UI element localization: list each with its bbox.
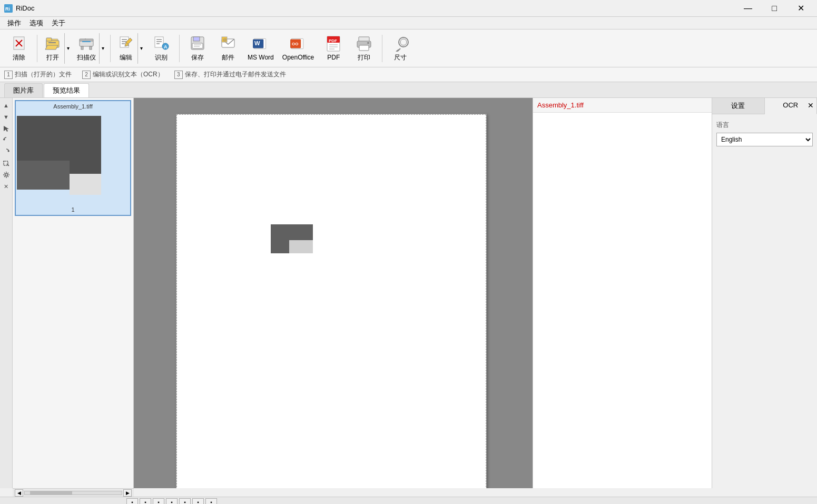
svg-point-57 [5, 174, 7, 176]
step-2-num: 2 [82, 71, 91, 79]
svg-rect-12 [90, 46, 92, 50]
scanner-button[interactable]: 扫描仪 [74, 33, 99, 64]
clear-label: 清除 [13, 53, 25, 62]
svg-rect-8 [48, 42, 56, 43]
thumbnail-item-1[interactable]: Assembly_1.tiff 1 [15, 100, 131, 216]
svg-rect-26 [193, 37, 200, 41]
msword-label: MS Word [248, 54, 274, 61]
app-title: RiDoc [16, 4, 34, 12]
tool-rotate-left[interactable] [1, 135, 12, 145]
openoffice-icon: OO [290, 35, 307, 52]
step-1: 1 扫描（打开的）文件 [4, 70, 72, 79]
menu-bar: 操作 选项 关于 [0, 17, 817, 29]
menu-operations[interactable]: 操作 [3, 17, 25, 29]
tool-zoom-area[interactable] [1, 158, 12, 169]
openoffice-button[interactable]: OO OpenOffice [279, 33, 318, 64]
zoom-btn-1[interactable]: ▪ [126, 498, 138, 505]
tool-settings[interactable] [1, 170, 12, 180]
tab-gallery[interactable]: 图片库 [4, 83, 43, 97]
step-3-label: 保存、打印并通过电子邮件发送文件 [185, 70, 286, 79]
ocr-content[interactable] [533, 113, 712, 488]
svg-rect-27 [192, 43, 203, 48]
zoom-btn-4[interactable]: ▪ [166, 498, 178, 505]
settings-close-button[interactable]: ✕ [805, 100, 816, 111]
edit-dropdown-arrow[interactable]: ▾ [137, 33, 145, 64]
svg-rect-10 [80, 39, 93, 41]
tool-rotate-right[interactable] [1, 146, 12, 157]
scroll-right-button[interactable]: ▶ [123, 489, 132, 497]
main-content: ▲ ▼ ✕ Assembly_1.tiff 1 [0, 98, 817, 488]
save-label: 保存 [191, 53, 204, 62]
separator-1 [37, 35, 37, 62]
app-icon: Ri [4, 4, 13, 13]
thumbnail-white-block [70, 174, 101, 195]
settings-content: 语言 English Chinese French German Japanes… [712, 114, 817, 153]
zoom-btn-3[interactable]: ▪ [153, 498, 164, 505]
open-dropdown-arrow[interactable]: ▾ [64, 33, 72, 64]
thumbnail-canvas [17, 111, 124, 205]
menu-options[interactable]: 选项 [25, 17, 47, 29]
svg-text:PDF: PDF [329, 38, 337, 43]
clear-icon [11, 35, 27, 52]
svg-rect-11 [81, 46, 83, 50]
msword-button[interactable]: W MS Word [244, 33, 278, 64]
print-label: 打印 [358, 53, 370, 62]
email-label: 邮件 [222, 53, 234, 62]
edit-label: 编辑 [120, 53, 132, 62]
edit-button[interactable]: 编辑 [114, 33, 137, 64]
step-2: 2 编辑或识别文本（OCR） [82, 70, 164, 79]
clear-button[interactable]: 清除 [4, 33, 34, 64]
step-2-label: 编辑或识别文本（OCR） [93, 70, 164, 79]
open-button[interactable]: 打开 [41, 33, 64, 64]
title-bar: Ri RiDoc — □ ✕ [0, 0, 817, 17]
email-button[interactable]: @ 邮件 [213, 33, 243, 64]
canvas-selection-border [176, 114, 486, 488]
svg-text:OO: OO [292, 42, 298, 46]
svg-rect-13 [82, 41, 91, 42]
tool-delete[interactable]: ✕ [1, 181, 12, 192]
recognize-label: 识别 [155, 53, 168, 62]
svg-text:W: W [254, 40, 260, 46]
menu-about[interactable]: 关于 [47, 17, 70, 29]
scroll-left-button[interactable]: ◀ [15, 489, 23, 497]
thumbnail-filename: Assembly_1.tiff [17, 102, 129, 111]
scanner-button-group: 扫描仪 ▾ [73, 33, 107, 64]
print-icon [356, 35, 372, 52]
separator-3 [179, 35, 180, 62]
svg-point-50 [400, 39, 407, 45]
tab-settings[interactable]: 设置 [712, 98, 765, 114]
svg-rect-7 [46, 38, 52, 41]
save-button[interactable]: 保存 [183, 33, 212, 64]
pdf-icon: PDF [325, 35, 342, 52]
thumbnail-dark-block-2 [17, 161, 70, 190]
open-button-group: 打开 ▾ [41, 33, 72, 64]
zoom-btn-2[interactable]: ▪ [140, 498, 151, 505]
recognize-button[interactable]: A 识别 [146, 33, 176, 64]
scanner-dropdown-arrow[interactable]: ▾ [99, 33, 106, 64]
maximize-button[interactable]: □ [762, 0, 786, 17]
zoom-btn-5[interactable]: ▪ [179, 498, 191, 505]
scanner-icon [78, 35, 95, 52]
tool-up[interactable]: ▲ [1, 100, 12, 111]
tool-select[interactable] [1, 123, 12, 134]
pdf-button[interactable]: PDF PDF [319, 33, 348, 64]
zoom-btn-6[interactable]: ▪ [192, 498, 204, 505]
size-icon [392, 35, 409, 52]
zoom-btn-7[interactable]: ▪ [205, 498, 217, 505]
scanner-label: 扫描仪 [77, 53, 96, 62]
svg-text:A: A [164, 44, 168, 50]
close-button[interactable]: ✕ [789, 0, 813, 17]
minimize-button[interactable]: — [736, 0, 760, 17]
language-select[interactable]: English Chinese French German Japanese R… [716, 133, 813, 146]
separator-4 [382, 35, 382, 62]
size-button[interactable]: 尺寸 [386, 33, 415, 64]
print-button[interactable]: 打印 [349, 33, 379, 64]
ocr-filename: Assembly_1.tiff [533, 98, 712, 113]
ocr-panel: Assembly_1.tiff [533, 98, 712, 488]
tool-down[interactable]: ▼ [1, 112, 12, 122]
openoffice-label: OpenOffice [282, 54, 314, 61]
language-label: 语言 [716, 121, 813, 130]
tab-preview[interactable]: 预览结果 [44, 83, 89, 97]
separator-2 [110, 35, 111, 62]
scroll-track[interactable] [24, 491, 122, 495]
